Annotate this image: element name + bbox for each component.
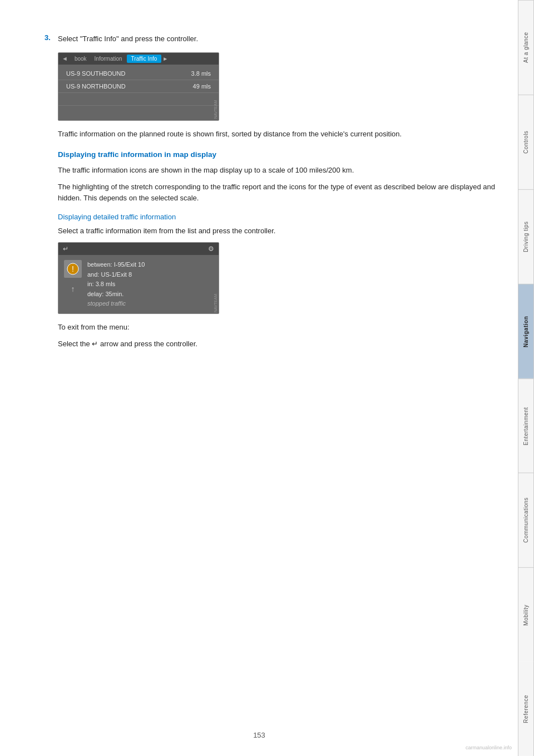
distance-2: 49 mls [193, 83, 211, 90]
screen-tab-trafficinfo: Traffic Info [127, 55, 162, 63]
screen-tab-information: Information [91, 55, 126, 63]
tab-navigation[interactable]: Navigation [518, 284, 534, 379]
tab-communications[interactable]: Communications [518, 473, 534, 567]
direction-arrow-icon: ↑ [71, 284, 75, 293]
step-text: Select "Traffic Info" and press the cont… [58, 33, 198, 45]
tab-driving-tips[interactable]: Driving tips [518, 189, 534, 284]
tab-mobility[interactable]: Mobility [518, 567, 534, 662]
section-heading: Displaying traffic information in map di… [58, 150, 496, 160]
tab-at-a-glance[interactable]: At a glance [518, 0, 534, 95]
traffic-icon: ! [64, 260, 82, 278]
detail-line-3: in: 3.8 mls [87, 279, 214, 289]
distance-1: 3.8 mls [191, 70, 211, 77]
screen-back-button: ◄ [62, 55, 68, 62]
detail-line-2: and: US-1/Exit 8 [87, 270, 214, 280]
detail-line-5: stopped traffic [87, 299, 214, 309]
body-text-3: The highlighting of the stretch correspo… [58, 181, 496, 204]
screen-header-1: ◄ book Information Traffic Info ► [58, 53, 219, 65]
tab-bar: At a glance Controls Driving tips Naviga… [518, 0, 534, 756]
screen-row-empty-2 [58, 106, 219, 118]
exit-text-2: Select the ↵ arrow and press the control… [58, 338, 496, 350]
step-3: 3. Select "Traffic Info" and press the c… [44, 33, 496, 45]
tab-entertainment[interactable]: Entertainment [518, 379, 534, 473]
back-arrow-icon: ◄ [62, 55, 68, 62]
detail-settings-icon: ⚙ [208, 245, 214, 253]
screen-body-1: US-9 SOUTHBOUND 3.8 mls US-9 NORTHBOUND … [58, 65, 219, 120]
body-text-4: Select a traffic information item from t… [58, 225, 496, 237]
screen-row-2: US-9 NORTHBOUND 49 mls [58, 80, 219, 93]
bottom-watermark: carmanualonline.info [0, 745, 512, 750]
detail-body: ! ↑ between: I-95/Exit 10 and: US-1/Exit… [58, 256, 219, 313]
tab-reference[interactable]: Reference [518, 662, 534, 756]
route-2: US-9 NORTHBOUND [66, 83, 126, 90]
screen-mockup-1: ◄ book Information Traffic Info ► US-9 S… [58, 52, 219, 121]
detail-icon-col: ! ↑ [63, 260, 83, 309]
page-number: 153 [0, 731, 518, 739]
step-number: 3. [44, 33, 53, 45]
screen-row-1: US-9 SOUTHBOUND 3.8 mls [58, 67, 219, 80]
sub-section-heading: Displaying detailed traffic information [58, 213, 496, 221]
detail-line-1: between: I-95/Exit 10 [87, 260, 214, 270]
screen-watermark-2: NAVTEAM [214, 294, 217, 312]
screen-row-empty-1 [58, 93, 219, 106]
main-content: 3. Select "Traffic Info" and press the c… [0, 0, 518, 756]
detail-line-4: delay: 35min. [87, 289, 214, 300]
screen-mockup-2: ↵ ⚙ ! ↑ between: I-95/Exit 10 and: US-1/… [58, 242, 219, 314]
body-text-1: Traffic information on the planned route… [58, 129, 496, 140]
screen-tab-arrow: ► [162, 56, 168, 62]
body-text-2: The traffic information icons are shown … [58, 165, 496, 176]
screen-tabs: book Information Traffic Info ► [71, 55, 168, 63]
detail-text-col: between: I-95/Exit 10 and: US-1/Exit 8 i… [87, 260, 214, 309]
detail-back-icon: ↵ [63, 245, 68, 253]
exit-text-1: To exit from the menu: [58, 322, 496, 333]
tab-controls[interactable]: Controls [518, 95, 534, 189]
route-1: US-9 SOUTHBOUND [66, 70, 125, 77]
svg-text:!: ! [72, 264, 74, 273]
screen-watermark-1: NAVTEAM [214, 100, 217, 119]
screen-tab-book: book [71, 55, 90, 63]
detail-header: ↵ ⚙ [58, 243, 219, 256]
